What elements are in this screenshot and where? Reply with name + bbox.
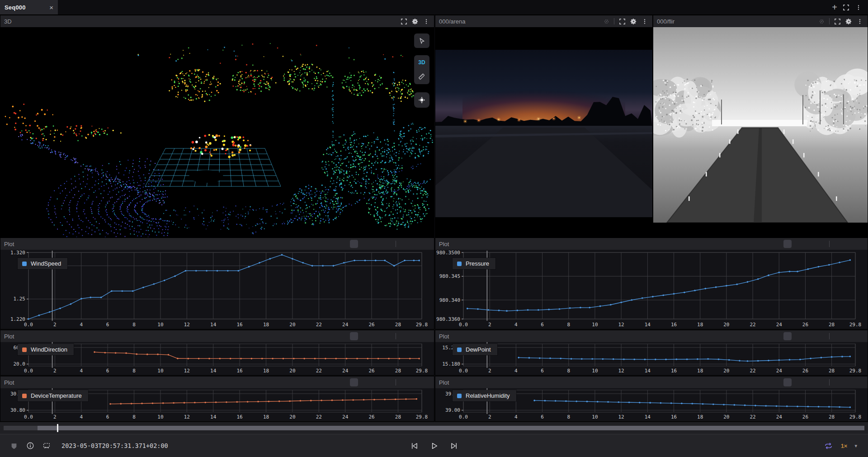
flir-image-viewport[interactable] xyxy=(653,27,868,237)
plot-body[interactable]: 0.024681012141618202224262829.8980.35009… xyxy=(435,250,868,329)
kebab-menu-icon[interactable] xyxy=(854,3,863,11)
kebab-menu-icon[interactable] xyxy=(856,378,864,386)
zoom-box-icon[interactable] xyxy=(373,332,381,340)
gear-icon[interactable] xyxy=(844,240,853,248)
fullscreen-icon[interactable] xyxy=(400,332,408,340)
svg-text:22: 22 xyxy=(750,322,755,328)
svg-text:4: 4 xyxy=(514,368,518,374)
recenter-icon[interactable] xyxy=(817,240,826,248)
plot-body[interactable]: 0.024681012141618202224262829.830.9030.8… xyxy=(0,388,434,421)
svg-text:18: 18 xyxy=(697,414,703,420)
select-tool-icon[interactable] xyxy=(795,378,803,386)
recenter-icon[interactable] xyxy=(384,378,392,386)
fullscreen-icon[interactable] xyxy=(400,17,408,25)
select-tool-icon[interactable] xyxy=(361,378,369,386)
plot-legend[interactable]: WindSpeed xyxy=(18,258,67,269)
fullscreen-icon[interactable] xyxy=(400,378,408,386)
seek-start-button[interactable] xyxy=(409,441,419,451)
seek-end-button[interactable] xyxy=(449,441,459,451)
kebab-menu-icon[interactable] xyxy=(856,17,864,25)
kebab-menu-icon[interactable] xyxy=(641,17,649,25)
kebab-menu-icon[interactable] xyxy=(422,378,430,386)
svg-text:26: 26 xyxy=(368,322,374,328)
fullscreen-icon[interactable] xyxy=(618,17,626,25)
arena-image-viewport[interactable] xyxy=(435,27,652,237)
kebab-menu-icon[interactable] xyxy=(856,332,864,340)
legend-list-icon[interactable] xyxy=(783,332,792,340)
plot-panel-dewpoint: Plot 0.024681012141618202224262829.815.2… xyxy=(435,330,868,376)
svg-text:6: 6 xyxy=(541,322,544,328)
gear-icon[interactable] xyxy=(411,17,419,25)
fullscreen-icon[interactable] xyxy=(833,240,841,248)
svg-text:12: 12 xyxy=(184,368,190,374)
recenter-icon[interactable] xyxy=(817,332,826,340)
toolbar-divider xyxy=(614,18,614,24)
legend-list-icon[interactable] xyxy=(350,378,358,386)
timeline-scrubber[interactable] xyxy=(0,422,868,434)
kebab-menu-icon[interactable] xyxy=(856,240,864,248)
scrubber-playhead[interactable] xyxy=(57,424,58,432)
fullscreen-icon[interactable] xyxy=(833,332,841,340)
close-icon[interactable]: × xyxy=(49,4,53,11)
fullscreen-icon[interactable] xyxy=(833,17,841,25)
plot-header: Plot xyxy=(0,330,434,342)
gear-icon[interactable] xyxy=(844,378,853,386)
select-tool-icon[interactable] xyxy=(361,240,369,248)
kebab-menu-icon[interactable] xyxy=(422,17,430,25)
plot-legend[interactable]: DewPoint xyxy=(453,344,497,355)
zoom-box-icon[interactable] xyxy=(373,240,381,248)
kebab-menu-icon[interactable] xyxy=(422,240,430,248)
play-button[interactable] xyxy=(429,441,439,451)
svg-text:16: 16 xyxy=(236,322,242,328)
fullscreen-icon[interactable] xyxy=(833,378,841,386)
toolbar-divider xyxy=(396,241,396,247)
plot-legend[interactable]: DeviceTemperature xyxy=(18,390,88,401)
fullscreen-icon[interactable] xyxy=(400,240,408,248)
tab-seq000[interactable]: Seq000 × xyxy=(0,0,58,14)
recenter-camera-button[interactable] xyxy=(414,92,429,108)
legend-list-icon[interactable] xyxy=(783,240,792,248)
measure-tool-button[interactable] xyxy=(414,70,429,84)
pointcloud-viewport[interactable]: 3D xyxy=(0,27,434,237)
plot-header: Plot xyxy=(0,376,434,388)
gear-icon[interactable] xyxy=(844,332,853,340)
zoom-box-icon[interactable] xyxy=(373,378,381,386)
add-tab-icon[interactable]: + xyxy=(832,3,837,12)
plot-body[interactable]: 0.024681012141618202224262829.839.4039.0… xyxy=(435,388,868,421)
zoom-box-icon[interactable] xyxy=(806,332,814,340)
select-tool-icon[interactable] xyxy=(361,332,369,340)
fullscreen-icon[interactable] xyxy=(842,3,850,11)
toggle-3d-button[interactable]: 3D xyxy=(414,55,429,70)
legend-list-icon[interactable] xyxy=(350,240,358,248)
zoom-box-icon[interactable] xyxy=(806,240,814,248)
svg-text:4: 4 xyxy=(80,414,83,420)
gear-icon[interactable] xyxy=(411,332,419,340)
plot-legend[interactable]: RelativeHumidity xyxy=(453,390,516,401)
recenter-icon[interactable] xyxy=(384,240,392,248)
svg-text:26: 26 xyxy=(368,368,374,374)
plot-body[interactable]: 0.024681012141618202224262829.860.020.0 … xyxy=(0,342,434,375)
panel-3d-toolbar xyxy=(400,17,430,25)
plot-body[interactable]: 0.024681012141618202224262829.815.20015.… xyxy=(435,342,868,375)
kebab-menu-icon[interactable] xyxy=(422,332,430,340)
selection-tool-button[interactable] xyxy=(414,33,429,48)
gear-icon[interactable] xyxy=(844,17,853,25)
legend-list-icon[interactable] xyxy=(783,378,792,386)
recenter-icon[interactable] xyxy=(384,332,392,340)
gear-icon[interactable] xyxy=(629,17,637,25)
gear-icon[interactable] xyxy=(411,240,419,248)
recenter-icon[interactable] xyxy=(602,17,610,25)
zoom-box-icon[interactable] xyxy=(806,378,814,386)
select-tool-icon[interactable] xyxy=(795,332,803,340)
legend-list-icon[interactable] xyxy=(350,332,358,340)
scrubber-track[interactable] xyxy=(4,426,864,430)
plot-body[interactable]: 0.024681012141618202224262829.81.32011.2… xyxy=(0,250,434,329)
plot-legend[interactable]: WindDirection xyxy=(18,344,74,355)
select-tool-icon[interactable] xyxy=(795,240,803,248)
gear-icon[interactable] xyxy=(411,378,419,386)
recenter-icon[interactable] xyxy=(817,378,826,386)
svg-text:29.8: 29.8 xyxy=(416,322,428,328)
recenter-icon[interactable] xyxy=(817,17,826,25)
svg-text:20: 20 xyxy=(723,322,729,328)
plot-legend[interactable]: Pressure xyxy=(453,258,495,269)
